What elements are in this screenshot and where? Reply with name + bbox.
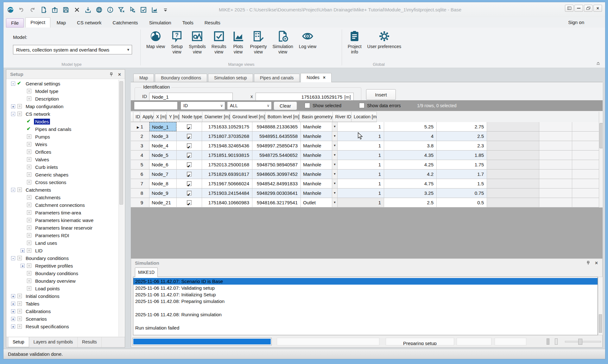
grid-column-header[interactable]: Diameter [m] [202, 112, 230, 122]
diameter-cell[interactable]: 1 [338, 151, 384, 160]
tree-checkbox[interactable] [27, 180, 31, 184]
row-header-cell[interactable]: ▶9 [131, 198, 149, 207]
diameter-cell[interactable]: 1 [338, 179, 384, 188]
apply-checkbox[interactable] [187, 200, 192, 205]
node-type-cell[interactable]: Manhole▼ [301, 170, 338, 179]
grid-column-header[interactable]: Location [m [352, 112, 377, 122]
property-view-button[interactable]: Property view [247, 28, 270, 55]
log-line[interactable]: 2025-11-06 11.42.07: Scenario ID is Base [133, 278, 598, 285]
ground-level-cell[interactable]: 3.25 [384, 188, 437, 198]
ground-level-cell[interactable]: 4 [384, 132, 437, 141]
tree-item[interactable]: Boundary overview [7, 277, 118, 285]
menu-tab[interactable]: File [6, 18, 24, 28]
y-cell[interactable]: 5948605.30997452 [252, 170, 301, 179]
web-globe-button[interactable] [95, 6, 103, 14]
river-id-cell[interactable] [539, 151, 572, 160]
restore-button[interactable] [584, 5, 592, 12]
tree-checkbox[interactable] [27, 157, 31, 162]
tree-checkbox[interactable] [17, 317, 22, 321]
menu-tab[interactable]: Map [52, 18, 71, 28]
tree-expander-icon[interactable] [21, 264, 25, 268]
document-tab[interactable]: Pipes and canals× [254, 74, 300, 82]
apply-checkbox[interactable] [187, 191, 192, 195]
tree-checkbox[interactable] [27, 150, 31, 154]
filter-mode-select[interactable]: ALL ∨ [227, 102, 272, 110]
tree-checkbox[interactable] [27, 119, 31, 124]
y-cell[interactable]: 5948299.00303641 [252, 188, 301, 198]
clear-filter-button[interactable]: Clear [274, 102, 297, 110]
ground-level-cell[interactable]: 4.75 [384, 179, 437, 188]
basin-geometry-cell[interactable] [487, 160, 539, 170]
id-cell[interactable]: Node_8 [149, 179, 177, 188]
panel-bottom-tab[interactable]: Results [78, 337, 102, 347]
tree-checkbox[interactable] [17, 256, 22, 260]
ground-level-cell[interactable]: 3.8 [384, 141, 437, 151]
document-tab[interactable]: Map× [133, 74, 154, 82]
row-header-cell[interactable]: ▶4 [131, 151, 149, 160]
tree-checkbox[interactable] [17, 81, 22, 86]
tree-checkbox[interactable] [17, 301, 22, 306]
basin-geometry-cell[interactable] [487, 170, 539, 179]
basin-geometry-cell[interactable] [487, 179, 539, 188]
ground-level-cell[interactable]: 5.25 [384, 122, 437, 132]
collapse-ribbon-button[interactable] [595, 61, 601, 66]
setup-view-button[interactable]: ? Setup view [168, 28, 186, 55]
row-header-cell[interactable]: ▶2 [131, 132, 149, 141]
log-line[interactable]: Run simulation failed [133, 324, 598, 331]
bottom-level-cell[interactable]: 0.5 [437, 198, 487, 207]
river-id-cell[interactable] [539, 170, 572, 179]
close-panel-icon[interactable]: × [594, 260, 599, 266]
river-id-cell[interactable] [539, 179, 572, 188]
undo-button[interactable] [17, 6, 26, 14]
save-button[interactable] [61, 6, 70, 14]
tree-item[interactable]: Description [7, 95, 118, 102]
grid-column-header[interactable]: Ground level [m] [230, 112, 265, 122]
x-cell[interactable]: 1752013.25000168 [202, 160, 252, 170]
tree-expander-icon[interactable] [11, 104, 15, 108]
apply-checkbox[interactable] [187, 153, 192, 157]
tree-checkbox[interactable] [27, 271, 31, 275]
apply-cell[interactable] [177, 188, 202, 198]
scrollbar-thumb[interactable] [119, 81, 123, 205]
tree-checkbox[interactable] [17, 294, 22, 298]
tree-item[interactable]: Parameters RDI [7, 231, 118, 239]
tree-item[interactable]: Map configuration [7, 102, 118, 110]
bottom-level-cell[interactable]: 1.85 [437, 151, 487, 160]
log-scrollbar[interactable] [598, 277, 603, 335]
log-line[interactable] [133, 305, 598, 311]
node-type-dropdown-icon[interactable]: ▼ [332, 132, 337, 141]
tree-checkbox[interactable] [17, 112, 22, 116]
row-header-cell[interactable]: ▶6 [131, 170, 149, 179]
tree-item[interactable]: Result specifications [7, 323, 118, 330]
tree-expander-icon[interactable] [11, 188, 15, 192]
grid-column-header[interactable]: Apply [140, 112, 154, 122]
id-cell[interactable]: Node_4 [149, 141, 177, 151]
bottom-level-cell[interactable]: 2.3 [437, 141, 487, 151]
ground-level-cell[interactable]: 4.25 [384, 160, 437, 170]
row-header-cell[interactable]: ▶7 [131, 179, 149, 188]
document-tab[interactable]: Boundary conditions× [155, 74, 207, 82]
x-cell[interactable]: 1751851.90193815 [202, 151, 252, 160]
user-preferences-button[interactable]: User preferences [364, 28, 404, 55]
menu-tab[interactable]: Catchments [108, 18, 143, 28]
grid-column-header[interactable]: River ID [333, 112, 352, 122]
id-cell[interactable]: Node_7 [149, 170, 177, 179]
location-cell[interactable] [572, 141, 599, 151]
tree-item[interactable]: LID [7, 247, 118, 254]
bottom-level-cell[interactable]: 2.75 [437, 122, 487, 132]
tree-checkbox[interactable] [27, 172, 31, 177]
location-cell[interactable] [572, 198, 599, 207]
filter-field-select[interactable]: ID ∨ [180, 102, 225, 110]
node-type-dropdown-icon[interactable]: ▼ [332, 170, 337, 179]
tree-expander-icon[interactable] [11, 309, 15, 313]
tree-item[interactable]: General settings [7, 80, 118, 87]
id-cell[interactable]: Node_5 [149, 151, 177, 160]
zoom-bar-icon[interactable] [555, 338, 558, 345]
row-header-cell[interactable]: ▶3 [131, 141, 149, 151]
bottom-level-cell[interactable]: 0.75 [437, 188, 487, 198]
new-document-button[interactable] [39, 6, 48, 14]
menu-tab[interactable]: Tools [178, 18, 198, 28]
tree-item[interactable]: Repetitive profiles [7, 262, 118, 269]
show-selected-checkbox[interactable] [305, 103, 310, 108]
minimize-button[interactable] [574, 5, 583, 12]
